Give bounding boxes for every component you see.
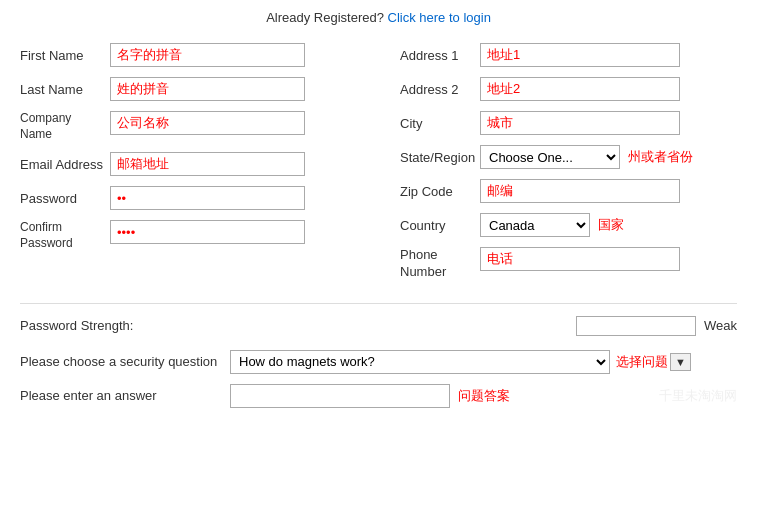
country-select-group: Canada United States United Kingdom Aust… [480, 213, 737, 237]
first-name-input[interactable] [110, 43, 305, 67]
state-select[interactable]: Choose One... Alberta British Columbia O… [480, 145, 620, 169]
password-input[interactable] [110, 186, 305, 210]
last-name-input[interactable] [110, 77, 305, 101]
confirm-password-row: ConfirmPassword [20, 220, 370, 251]
address1-row: Address 1 [400, 43, 737, 67]
security-select-group: How do magnets work? What is your pet's … [230, 350, 737, 374]
login-link[interactable]: Click here to login [388, 10, 491, 25]
company-name-label: CompanyName [20, 111, 110, 142]
address2-label: Address 2 [400, 82, 480, 97]
security-question-select[interactable]: How do magnets work? What is your pet's … [230, 350, 610, 374]
security-question-label: Please choose a security question [20, 354, 230, 369]
security-answer-hint: 问题答案 [458, 387, 510, 405]
phone-row: PhoneNumber [400, 247, 737, 281]
phone-label: PhoneNumber [400, 247, 480, 281]
email-input[interactable] [110, 152, 305, 176]
city-row: City [400, 111, 737, 135]
email-row: Email Address [20, 152, 370, 176]
company-name-input[interactable] [110, 111, 305, 135]
state-hint: 州或者省份 [628, 148, 693, 166]
company-name-row: CompanyName [20, 111, 370, 142]
strength-bar [576, 316, 696, 336]
bottom-section: Password Strength: Weak Please choose a … [20, 303, 737, 408]
country-row: Country Canada United States United King… [400, 213, 737, 237]
security-question-hint: 选择问题 [616, 353, 668, 371]
password-strength-row: Password Strength: Weak [20, 316, 737, 336]
country-label: Country [400, 218, 480, 233]
watermark: 千里未淘淘网 [659, 387, 737, 405]
strength-text: Weak [704, 318, 737, 333]
email-label: Email Address [20, 157, 110, 172]
state-region-row: State/Region Choose One... Alberta Briti… [400, 145, 737, 169]
dropdown-arrow-icon: ▼ [670, 353, 691, 371]
address1-input[interactable] [480, 43, 680, 67]
password-strength-label: Password Strength: [20, 318, 568, 333]
city-input[interactable] [480, 111, 680, 135]
first-name-row: First Name [20, 43, 370, 67]
first-name-label: First Name [20, 48, 110, 63]
address2-row: Address 2 [400, 77, 737, 101]
city-label: City [400, 116, 480, 131]
password-row: Password [20, 186, 370, 210]
zip-row: Zip Code [400, 179, 737, 203]
security-answer-label: Please enter an answer [20, 388, 230, 403]
state-region-label: State/Region [400, 150, 480, 165]
state-select-group: Choose One... Alberta British Columbia O… [480, 145, 737, 169]
security-answer-row: Please enter an answer 问题答案 千里未淘淘网 [20, 384, 737, 408]
top-banner: Already Registered? Click here to login [20, 10, 737, 25]
last-name-row: Last Name [20, 77, 370, 101]
right-column: Address 1 Address 2 City State/Region Ch… [390, 43, 737, 291]
confirm-password-input[interactable] [110, 220, 305, 244]
confirm-password-label: ConfirmPassword [20, 220, 110, 251]
security-answer-input[interactable] [230, 384, 450, 408]
registered-text: Already Registered? [266, 10, 384, 25]
address1-label: Address 1 [400, 48, 480, 63]
address2-input[interactable] [480, 77, 680, 101]
country-select[interactable]: Canada United States United Kingdom Aust… [480, 213, 590, 237]
country-hint: 国家 [598, 216, 624, 234]
password-label: Password [20, 191, 110, 206]
left-column: First Name Last Name CompanyName Email A… [20, 43, 390, 291]
zip-input[interactable] [480, 179, 680, 203]
phone-input[interactable] [480, 247, 680, 271]
last-name-label: Last Name [20, 82, 110, 97]
security-question-row: Please choose a security question How do… [20, 350, 737, 374]
zip-label: Zip Code [400, 184, 480, 199]
